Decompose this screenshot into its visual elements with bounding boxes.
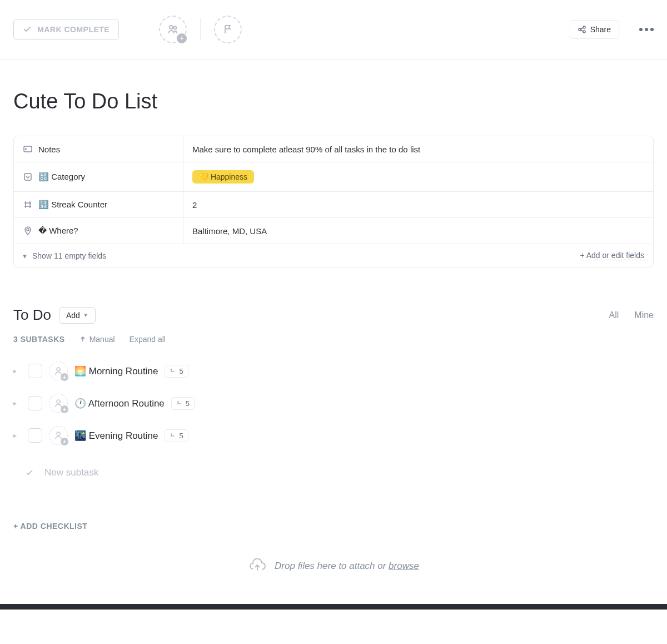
field-label: 🔠 Category <box>14 162 183 191</box>
task-checkbox[interactable] <box>28 428 42 443</box>
subtask-count: 3 SUBTASKS <box>13 335 65 344</box>
svg-point-1 <box>174 27 177 29</box>
add-edit-fields-button[interactable]: + Add or edit fields <box>580 251 644 260</box>
assignee-button[interactable]: + <box>49 394 68 413</box>
field-name: Notes <box>38 145 60 154</box>
mark-complete-button[interactable]: MARK COMPLETE <box>13 19 119 40</box>
field-value[interactable]: Baltimore, MD, USA <box>183 218 653 244</box>
svg-point-4 <box>583 31 585 33</box>
plus-badge-icon: + <box>61 405 68 413</box>
field-value[interactable]: 💛 Happiness <box>183 162 653 191</box>
field-row-notes: Notes Make sure to complete atleast 90% … <box>14 136 653 162</box>
svg-point-8 <box>57 368 60 371</box>
add-checklist-button[interactable]: + ADD CHECKLIST <box>13 522 654 531</box>
count-value: 5 <box>186 399 190 408</box>
filter-mine-tab[interactable]: Mine <box>634 310 654 320</box>
section-header: To Do Add ▼ All Mine <box>13 306 654 324</box>
expand-chevron-icon[interactable]: ▸ <box>13 432 21 439</box>
subtask-icon <box>170 432 176 439</box>
bottom-strip <box>0 604 667 610</box>
caret-down-icon: ▼ <box>83 313 88 318</box>
assignee-button[interactable]: + <box>49 426 68 445</box>
task-title[interactable]: 🌅 Morning Routine <box>74 365 158 377</box>
mark-complete-label: MARK COMPLETE <box>37 25 109 34</box>
task-checkbox[interactable] <box>28 364 42 378</box>
section-title: To Do <box>13 306 51 324</box>
field-label: � Where? <box>14 218 183 244</box>
plus-badge-icon: + <box>177 33 187 43</box>
filter-all-tab[interactable]: All <box>609 310 619 320</box>
field-value[interactable]: Make sure to complete atleast 90% of all… <box>183 136 653 162</box>
svg-point-2 <box>579 28 581 31</box>
flag-button[interactable] <box>214 16 242 43</box>
category-tag: 💛 Happiness <box>192 170 254 184</box>
field-name: � Where? <box>38 226 78 236</box>
new-subtask-row[interactable] <box>13 457 654 488</box>
field-label: Notes <box>14 136 183 162</box>
attachment-dropzone[interactable]: Drop files here to attach or browse <box>13 547 654 585</box>
field-label: 🔢 Streak Counter <box>14 192 183 217</box>
field-row-streak: 🔢 Streak Counter 2 <box>14 192 653 218</box>
subtask-count-pill[interactable]: 5 <box>171 397 195 410</box>
task-row: ▸ + 🌅 Morning Routine 5 <box>13 355 654 387</box>
task-title[interactable]: 🕐 Afternoon Routine <box>74 398 165 409</box>
show-empty-fields-button[interactable]: Show 11 empty fields <box>32 251 106 260</box>
flag-icon <box>222 24 233 35</box>
task-checkbox[interactable] <box>28 396 42 410</box>
field-name: 🔢 Streak Counter <box>38 200 107 210</box>
dropdown-field-icon <box>23 172 33 182</box>
add-label: Add <box>66 311 80 320</box>
cloud-upload-icon <box>248 558 267 574</box>
check-icon <box>23 25 32 34</box>
fields-footer: ▾ Show 11 empty fields + Add or edit fie… <box>14 244 653 267</box>
field-name: 🔠 Category <box>38 172 85 182</box>
share-button[interactable]: Share <box>570 20 619 39</box>
svg-point-10 <box>57 432 60 435</box>
task-row: ▸ + 🌃 Evening Routine 5 <box>13 419 654 452</box>
arrow-up-icon <box>79 336 86 343</box>
sort-label: Manual <box>89 335 115 344</box>
field-row-where: � Where? Baltimore, MD, USA <box>14 218 653 244</box>
sort-button[interactable]: Manual <box>79 335 115 344</box>
expand-chevron-icon[interactable]: ▸ <box>13 399 21 407</box>
subtask-icon <box>170 368 176 374</box>
count-value: 5 <box>179 432 183 440</box>
assignee-button[interactable]: + <box>49 361 68 380</box>
number-field-icon <box>23 200 33 210</box>
people-icon <box>166 23 180 36</box>
expand-chevron-icon[interactable]: ▸ <box>13 367 21 375</box>
svg-point-7 <box>27 229 29 231</box>
browse-link[interactable]: browse <box>389 561 419 571</box>
caret-down-icon: ▾ <box>23 251 27 260</box>
share-label: Share <box>590 25 611 34</box>
fields-table: Notes Make sure to complete atleast 90% … <box>13 136 654 267</box>
topbar: MARK COMPLETE + Share <box>0 0 667 60</box>
divider <box>200 18 201 41</box>
subtask-count-pill[interactable]: 5 <box>165 365 188 378</box>
svg-rect-5 <box>24 146 32 152</box>
svg-point-3 <box>583 26 585 28</box>
location-field-icon <box>23 226 33 236</box>
filter-tabs: All Mine <box>609 310 654 320</box>
more-menu-button[interactable] <box>639 28 654 31</box>
svg-point-9 <box>57 400 60 403</box>
add-task-button[interactable]: Add ▼ <box>59 307 96 324</box>
check-icon <box>24 468 34 478</box>
count-value: 5 <box>179 367 183 375</box>
add-people-button[interactable]: + <box>159 16 187 43</box>
svg-point-0 <box>170 26 173 29</box>
page-title[interactable]: Cute To Do List <box>13 90 654 113</box>
subtask-count-pill[interactable]: 5 <box>165 429 188 442</box>
dropzone-text: Drop files here to attach or browse <box>275 561 419 572</box>
subtask-bar: 3 SUBTASKS Manual Expand all <box>13 335 654 344</box>
plus-badge-icon: + <box>61 373 68 381</box>
task-row: ▸ + 🕐 Afternoon Routine 5 <box>13 387 654 419</box>
subtask-icon <box>176 400 183 407</box>
field-value[interactable]: 2 <box>183 192 653 217</box>
plus-badge-icon: + <box>61 438 68 445</box>
task-title[interactable]: 🌃 Evening Routine <box>74 430 158 442</box>
new-subtask-input[interactable] <box>44 467 643 478</box>
expand-all-button[interactable]: Expand all <box>130 335 166 344</box>
svg-rect-6 <box>24 174 31 180</box>
share-icon <box>578 26 586 33</box>
